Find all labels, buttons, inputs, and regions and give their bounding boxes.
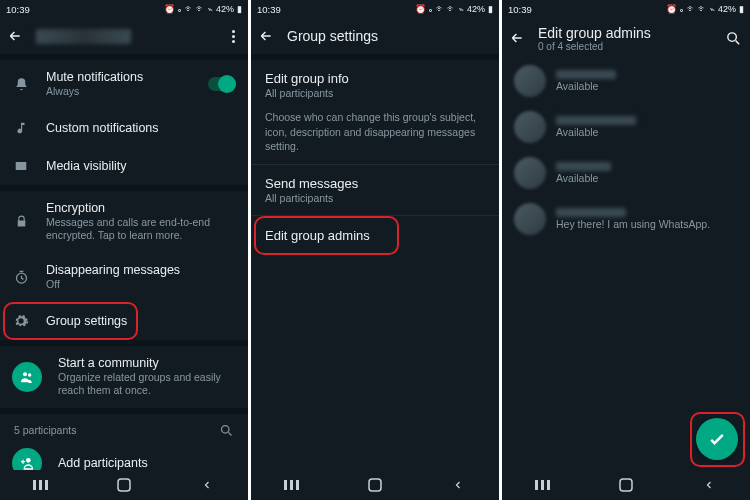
- sub: Always: [46, 85, 192, 99]
- contact-row[interactable]: Available: [502, 150, 750, 196]
- status-icons: ⏰ ⚬ ᯤ ᯤ ⌁: [164, 4, 213, 14]
- contact-status: Available: [556, 80, 616, 92]
- svg-rect-6: [33, 480, 36, 490]
- svg-rect-9: [118, 479, 130, 491]
- android-navbar: [502, 470, 750, 500]
- svg-point-5: [26, 458, 31, 463]
- timer-icon: [12, 268, 30, 286]
- back-key[interactable]: [699, 478, 719, 492]
- contact-status: Available: [556, 126, 636, 138]
- back-button[interactable]: [510, 31, 524, 45]
- home-key[interactable]: [365, 478, 385, 492]
- contact-name-redacted: [556, 162, 611, 171]
- back-button[interactable]: [8, 29, 22, 43]
- mute-toggle[interactable]: [208, 77, 236, 91]
- clock: 10:39: [508, 4, 532, 15]
- edit-info-description: Choose who can change this group's subje…: [251, 110, 499, 164]
- svg-rect-11: [290, 480, 293, 490]
- home-key[interactable]: [616, 478, 636, 492]
- label: Media visibility: [46, 159, 236, 173]
- recents-key[interactable]: [533, 478, 553, 492]
- label: Start a community: [58, 356, 236, 370]
- back-button[interactable]: [259, 29, 273, 43]
- group-name-redacted: [36, 29, 131, 44]
- appbar: Group settings: [251, 18, 499, 54]
- search-icon[interactable]: [219, 423, 234, 438]
- contact-name-redacted: [556, 70, 616, 79]
- contact-row[interactable]: Available: [502, 104, 750, 150]
- bell-icon: [12, 75, 30, 93]
- status-icons: ⏰ ⚬ ᯤ ᯤ ⌁: [415, 4, 464, 14]
- content: Mute notifications Always Custom notific…: [0, 54, 248, 470]
- avatar: [514, 65, 546, 97]
- row-disappearing-messages[interactable]: Disappearing messages Off: [0, 253, 248, 302]
- search-button[interactable]: [725, 30, 742, 47]
- row-group-settings[interactable]: Group settings: [0, 302, 248, 340]
- contact-name-redacted: [556, 208, 626, 217]
- row-start-community[interactable]: Start a community Organize related group…: [0, 346, 248, 408]
- page-title: Group settings: [287, 28, 378, 44]
- gear-icon: [12, 312, 30, 330]
- phone-group-info: 10:39 ⏰ ⚬ ᯤ ᯤ ⌁ 42% ▮ Mute notifications…: [0, 0, 248, 500]
- label: Mute notifications: [46, 70, 192, 84]
- sub: All participants: [265, 87, 485, 99]
- phone-group-settings: 10:39 ⏰ ⚬ ᯤ ᯤ ⌁ 42% ▮ Group settings Edi…: [251, 0, 499, 500]
- overflow-menu[interactable]: [226, 30, 240, 43]
- status-icons: ⏰ ⚬ ᯤ ᯤ ⌁: [666, 4, 715, 14]
- label: Send messages: [265, 176, 485, 191]
- android-navbar: [0, 470, 248, 500]
- svg-rect-18: [620, 479, 632, 491]
- row-edit-group-info[interactable]: Edit group info All participants: [251, 60, 499, 110]
- appbar: Edit group admins 0 of 4 selected: [502, 18, 750, 58]
- content: Edit group info All participants Choose …: [251, 54, 499, 470]
- svg-rect-16: [541, 480, 544, 490]
- page-title: Edit group admins: [538, 25, 651, 41]
- back-key[interactable]: [197, 478, 217, 492]
- svg-rect-0: [16, 162, 27, 170]
- statusbar: 10:39 ⏰ ⚬ ᯤ ᯤ ⌁ 42% ▮: [502, 0, 750, 18]
- community-icon: [12, 362, 42, 392]
- row-custom-notifications[interactable]: Custom notifications: [0, 109, 248, 147]
- image-icon: [12, 157, 30, 175]
- contact-row[interactable]: Available: [502, 58, 750, 104]
- home-key[interactable]: [114, 478, 134, 492]
- confirm-fab[interactable]: [696, 418, 738, 460]
- music-note-icon: [12, 119, 30, 137]
- battery-text: 42%: [467, 4, 485, 14]
- svg-point-2: [23, 372, 27, 376]
- svg-rect-7: [39, 480, 42, 490]
- sub: Messages and calls are end-to-end encryp…: [46, 216, 236, 243]
- contact-status: Available: [556, 172, 611, 184]
- participants-header: 5 participants: [0, 414, 248, 440]
- row-encryption[interactable]: Encryption Messages and calls are end-to…: [0, 191, 248, 253]
- recents-key[interactable]: [282, 478, 302, 492]
- appbar: [0, 18, 248, 54]
- recents-key[interactable]: [31, 478, 51, 492]
- svg-point-4: [222, 425, 230, 433]
- participants-count: 5 participants: [14, 424, 76, 436]
- android-navbar: [251, 470, 499, 500]
- battery-icon: ▮: [739, 4, 744, 14]
- svg-rect-12: [296, 480, 299, 490]
- sub: Off: [46, 278, 236, 292]
- label: Add participants: [58, 456, 236, 470]
- label: Group settings: [46, 314, 236, 328]
- clock: 10:39: [6, 4, 30, 15]
- row-media-visibility[interactable]: Media visibility: [0, 147, 248, 185]
- row-edit-group-admins[interactable]: Edit group admins: [251, 216, 499, 255]
- avatar: [514, 157, 546, 189]
- clock: 10:39: [257, 4, 281, 15]
- row-mute-notifications[interactable]: Mute notifications Always: [0, 60, 248, 109]
- label: Encryption: [46, 201, 236, 215]
- row-add-participants[interactable]: Add participants: [0, 440, 248, 470]
- sub: All participants: [265, 192, 485, 204]
- row-send-messages[interactable]: Send messages All participants: [251, 165, 499, 215]
- back-key[interactable]: [448, 478, 468, 492]
- battery-icon: ▮: [237, 4, 242, 14]
- phone-edit-admins: 10:39 ⏰ ⚬ ᯤ ᯤ ⌁ 42% ▮ Edit group admins …: [502, 0, 750, 500]
- contact-row[interactable]: Hey there! I am using WhatsApp.: [502, 196, 750, 242]
- svg-rect-10: [284, 480, 287, 490]
- contact-name-redacted: [556, 116, 636, 125]
- selection-count: 0 of 4 selected: [538, 41, 651, 52]
- label: Custom notifications: [46, 121, 236, 135]
